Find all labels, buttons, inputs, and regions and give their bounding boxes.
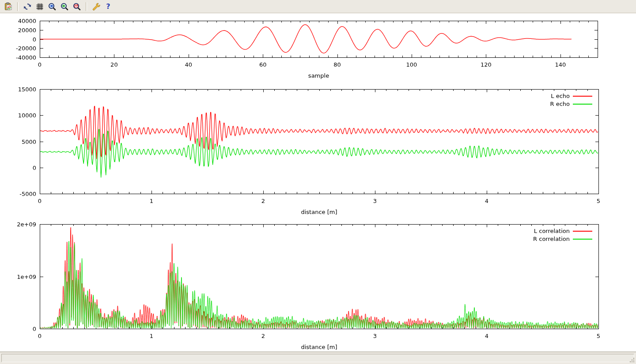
- plot-canvas[interactable]: [0, 14, 636, 352]
- wrench-icon: [91, 2, 100, 11]
- grip-dots-icon: [633, 361, 634, 362]
- options-button[interactable]: [90, 1, 102, 12]
- magnifier-right-arrow-icon: [60, 2, 69, 11]
- toolbar-separator: [17, 2, 19, 11]
- magnifier-plot-icon: [72, 2, 81, 11]
- status-field: [1, 354, 634, 362]
- zoom-fit-button[interactable]: [71, 1, 83, 12]
- copy-plot-button[interactable]: [3, 1, 14, 12]
- zoom-previous-button[interactable]: [46, 1, 58, 12]
- refresh-icon: [23, 2, 32, 11]
- toggle-grid-button[interactable]: [34, 1, 45, 12]
- toolbar-separator: [86, 2, 87, 11]
- statusbar: [0, 352, 636, 364]
- plot-region: 40000200000-20000-4000002040608010012014…: [0, 14, 636, 352]
- replot-button[interactable]: [22, 1, 33, 12]
- resize-grip[interactable]: [629, 357, 635, 363]
- grid-icon: [35, 2, 44, 11]
- question-mark-icon: ?: [106, 2, 110, 11]
- magnifier-left-arrow-icon: [48, 2, 57, 11]
- toolbar: ?: [0, 0, 636, 13]
- clipboard-chart-icon: [4, 2, 13, 11]
- zoom-next-button[interactable]: [59, 1, 70, 12]
- help-button[interactable]: ?: [102, 1, 114, 12]
